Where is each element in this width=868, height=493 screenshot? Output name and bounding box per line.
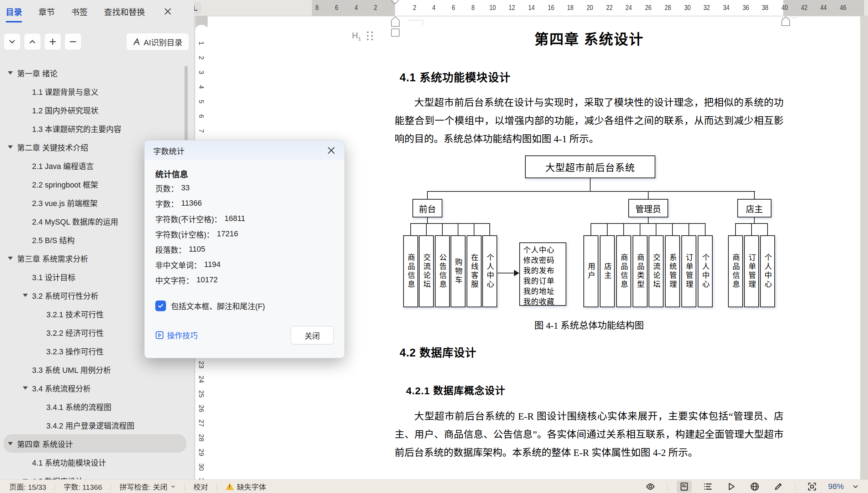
- ruler-number: 32: [703, 4, 711, 12]
- ruler-number: 4: [197, 82, 205, 92]
- promote-heading-button[interactable]: [44, 33, 61, 50]
- tab-contents[interactable]: 目录: [6, 5, 22, 17]
- paragraph-1: 大型超市前后台系统在设计与实现时，采取了模块性的设计理念，把相似的系统的功能整合…: [395, 93, 784, 148]
- tips-link[interactable]: 操作技巧: [155, 329, 198, 340]
- ruler-number: 4: [430, 4, 438, 12]
- missing-font-warning[interactable]: 缺失字体: [225, 481, 266, 492]
- stat-value: 33: [181, 184, 190, 192]
- org-branch-box: 管理员: [628, 199, 668, 217]
- stat-row: 字数：11366: [155, 196, 245, 211]
- toc-item[interactable]: 4.1 系统功能模块设计: [4, 453, 186, 471]
- connector-line: [427, 191, 755, 192]
- toc-toolbar: AI识别目录: [4, 33, 189, 51]
- ai-recognize-toc-button[interactable]: AI识别目录: [126, 33, 189, 51]
- ruler-number: 10: [489, 4, 496, 12]
- stat-label: 非中文单词：: [155, 259, 201, 270]
- dialog-header[interactable]: 字数统计: [145, 140, 344, 160]
- collapse-heading-button[interactable]: [4, 33, 21, 50]
- figure-caption: 图 4-1 系统总体功能结构图: [395, 318, 784, 331]
- toc-item-label: 3.2 系统可行性分析: [32, 290, 98, 301]
- toc-item[interactable]: 3.4.1 系统的流程图: [4, 397, 186, 416]
- expand-arrow-icon[interactable]: [8, 257, 17, 260]
- horizontal-ruler[interactable]: 8642246810121416182022242628303234363840…: [194, 0, 868, 16]
- ruler-number: 40: [781, 4, 788, 12]
- toc-item[interactable]: 3.4.2 用户登录逻辑流程图: [4, 416, 186, 434]
- ruler-number: 5: [197, 96, 205, 107]
- toc-item-label: 2.4 MySQL 数据库的运用: [32, 216, 118, 227]
- toc-item[interactable]: 第一章 绪论: [4, 63, 186, 82]
- zoom-dropdown-icon[interactable]: [852, 483, 859, 490]
- ruler-number: 30: [197, 462, 205, 472]
- toc-item-label: 第二章 关键技术介绍: [17, 142, 88, 153]
- ruler-number: 6: [197, 111, 205, 122]
- page-margin-mark-left: [408, 20, 423, 25]
- tab-bookmarks[interactable]: 书签: [71, 5, 88, 17]
- org-detail-line: 我的订单: [523, 276, 566, 286]
- warning-icon: [225, 483, 234, 490]
- toc-item[interactable]: 3.4 系统流程分析: [4, 379, 186, 397]
- stat-row: 中文字符：10172: [155, 272, 245, 288]
- left-indent-marker[interactable]: [391, 29, 400, 37]
- play-read-mode-icon[interactable]: [724, 481, 739, 493]
- demote-heading-button[interactable]: [64, 33, 82, 50]
- fullscreen-icon[interactable]: [805, 481, 820, 493]
- toc-item[interactable]: 1.2 国内外研究现状: [4, 101, 186, 119]
- expand-arrow-icon[interactable]: [23, 294, 32, 297]
- dialog-close-icon[interactable]: [327, 146, 336, 155]
- toc-item-label: 1.3 本课题研究的主要内容: [32, 123, 121, 134]
- org-leaf-box: 系统管理: [665, 235, 680, 307]
- toc-item[interactable]: 1.1 课题背景与意义: [4, 82, 186, 101]
- stat-row: 页数：33: [155, 180, 245, 196]
- org-leaf-box: 订单管理: [744, 235, 759, 307]
- page-view-icon[interactable]: [677, 481, 692, 493]
- expand-arrow-icon[interactable]: [8, 71, 17, 75]
- outline-view-icon[interactable]: [700, 481, 715, 493]
- connector-line: [411, 223, 490, 224]
- org-branch-box: 前台: [412, 199, 442, 217]
- connector-line: [640, 223, 640, 235]
- ruler-number: 14: [527, 4, 535, 12]
- toc-item[interactable]: 第四章 系统设计: [4, 434, 186, 453]
- stat-value: 10172: [197, 276, 218, 284]
- tab-find-replace[interactable]: 查找和替换: [104, 5, 145, 17]
- eye-icon[interactable]: [643, 481, 658, 493]
- first-line-indent-marker[interactable]: [391, 0, 399, 5]
- web-layout-icon[interactable]: [747, 481, 762, 493]
- toc-item[interactable]: 4.2 数据库设计: [4, 471, 186, 479]
- hanging-indent-marker[interactable]: [391, 16, 400, 27]
- edit-pen-icon[interactable]: [771, 481, 786, 493]
- stat-label: 字数：: [155, 198, 178, 209]
- right-indent-marker[interactable]: [781, 16, 790, 26]
- toc-item-label: 3.3 系统 UML 用例分析: [32, 364, 111, 375]
- org-leaf-box: 订单管理: [681, 235, 696, 307]
- toc-item-label: 4.2 数据库设计: [32, 475, 83, 480]
- page-indicator[interactable]: 页面: 15/33: [9, 481, 46, 492]
- chapter-title: 第四章 系统设计: [395, 28, 784, 48]
- ai-icon: [133, 38, 141, 46]
- expand-arrow-icon[interactable]: [23, 386, 32, 390]
- chevron-down-icon: [170, 484, 176, 489]
- expand-arrow-icon[interactable]: [8, 145, 17, 149]
- word-count-indicator[interactable]: 字数: 11366: [64, 481, 102, 492]
- close-button[interactable]: 关闭: [291, 326, 334, 344]
- toc-item[interactable]: 1.3 本课题研究的主要内容: [4, 119, 186, 138]
- expand-heading-button[interactable]: [24, 33, 41, 50]
- ruler-number: 28: [197, 432, 205, 443]
- toc-item-label: 3.4 系统流程分析: [32, 382, 91, 394]
- expand-arrow-icon[interactable]: [8, 442, 17, 445]
- toc-item-label: 2.2 springboot 框架: [32, 179, 98, 190]
- stat-row: 字符数(不计空格)：16811: [155, 211, 245, 226]
- sidebar-close-icon[interactable]: [163, 7, 172, 16]
- toc-item[interactable]: 3.3 系统 UML 用例分析: [4, 360, 186, 379]
- org-leaf-box: 个人中心: [760, 235, 775, 307]
- tab-chapters[interactable]: 章节: [38, 5, 55, 17]
- include-textbox-checkbox[interactable]: [155, 301, 166, 311]
- zoom-level[interactable]: 98%: [828, 482, 844, 491]
- proofread-button[interactable]: 校对: [193, 481, 208, 492]
- stat-value: 17216: [217, 230, 238, 238]
- paragraph-drag-handle[interactable]: [367, 31, 373, 40]
- stat-label: 中文字符：: [155, 274, 194, 286]
- spell-check-toggle[interactable]: 拼写检查: 关闭: [120, 481, 176, 492]
- toc-item-label: 1.2 国内外研究现状: [32, 104, 98, 115]
- org-detail-box: 个人中心修改密码我的发布我的订单我的地址我的收藏: [519, 242, 566, 306]
